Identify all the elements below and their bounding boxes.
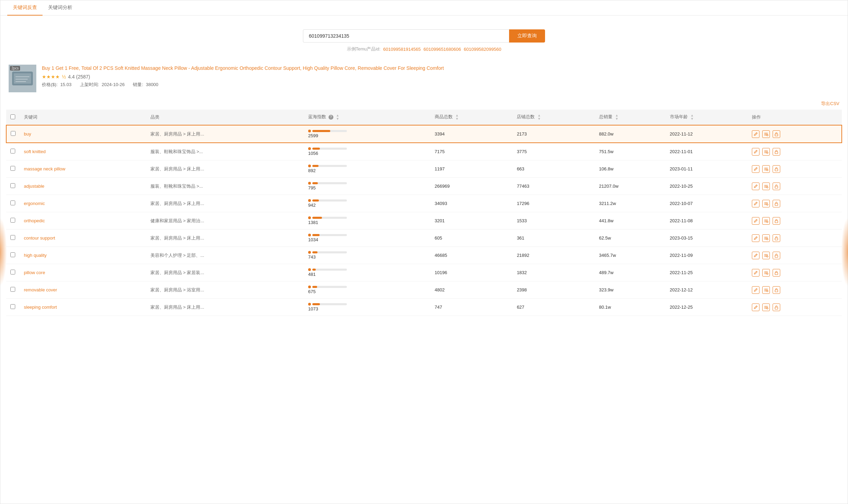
edit-icon[interactable] <box>752 200 759 207</box>
row-checkbox[interactable] <box>10 235 15 240</box>
search-list-icon[interactable] <box>762 183 770 190</box>
keyword-link[interactable]: ergonomic <box>24 201 45 206</box>
edit-icon[interactable] <box>752 234 759 242</box>
row-total-shops: 663 <box>513 160 595 178</box>
svg-rect-15 <box>775 151 778 153</box>
search-list-icon[interactable] <box>762 234 770 242</box>
row-checkbox-cell <box>6 281 20 299</box>
ocean-dot <box>308 130 311 132</box>
table-row: contour support 家居、厨房用品 > 床上用... 1034 60… <box>6 230 842 247</box>
action-cell <box>752 304 838 311</box>
row-checkbox[interactable] <box>10 270 15 274</box>
tab-keyword-analysis[interactable]: 关键词分析 <box>43 0 78 16</box>
keyword-link[interactable]: buy <box>24 131 31 137</box>
row-checkbox[interactable] <box>10 200 15 205</box>
row-market-age: 2022-10-07 <box>666 195 748 212</box>
example-id-3[interactable]: 601099582099560 <box>464 47 501 52</box>
row-checkbox[interactable] <box>10 149 15 153</box>
keyword-link[interactable]: contour support <box>24 235 55 241</box>
keyword-link[interactable]: pillow core <box>24 270 45 275</box>
row-checkbox[interactable] <box>10 166 15 171</box>
row-checkbox[interactable] <box>10 218 15 223</box>
row-checkbox[interactable] <box>10 304 15 309</box>
search-list-icon[interactable] <box>762 252 770 259</box>
lock-icon[interactable] <box>773 234 780 242</box>
ocean-bar: 942 <box>308 199 426 208</box>
lock-icon[interactable] <box>773 252 780 259</box>
search-list-icon[interactable] <box>762 165 770 173</box>
keyword-link[interactable]: massage neck pillow <box>24 166 65 171</box>
row-total-shops: 2398 <box>513 281 595 299</box>
edit-icon[interactable] <box>752 183 759 190</box>
table-wrapper: 关键词 品类 蓝海指数 ? ▲ ▼ <box>6 110 842 316</box>
lock-icon[interactable] <box>773 200 780 207</box>
keyword-link[interactable]: sleeping comfort <box>24 305 57 310</box>
table-header-row: 关键词 品类 蓝海指数 ? ▲ ▼ <box>6 110 842 125</box>
edit-icon[interactable] <box>752 217 759 225</box>
lock-icon[interactable] <box>773 304 780 311</box>
keyword-link[interactable]: soft knitted <box>24 149 46 154</box>
action-cell <box>752 252 838 259</box>
th-total-products[interactable]: 商品总数 ▲ ▼ <box>431 110 513 125</box>
lock-icon[interactable] <box>773 286 780 294</box>
search-input[interactable] <box>303 29 509 43</box>
row-checkbox[interactable] <box>10 183 15 188</box>
row-checkbox-cell <box>6 195 20 212</box>
search-list-icon[interactable] <box>762 148 770 156</box>
search-list-icon[interactable] <box>762 200 770 207</box>
blue-ocean-info-icon[interactable]: ? <box>329 115 333 120</box>
row-checkbox[interactable] <box>10 252 15 257</box>
product-rating: ★★★★ ½ 4.4 (2587) <box>42 74 839 80</box>
lock-icon[interactable] <box>773 269 780 277</box>
search-list-icon[interactable] <box>762 217 770 225</box>
row-market-age: 2022-12-25 <box>666 299 748 316</box>
ocean-dot <box>308 182 311 185</box>
th-total-shops[interactable]: 店铺总数 ▲ ▼ <box>513 110 595 125</box>
row-total-products: 7175 <box>431 143 513 160</box>
search-list-icon[interactable] <box>762 286 770 294</box>
edit-icon[interactable] <box>752 269 759 277</box>
search-list-icon[interactable] <box>762 304 770 311</box>
svg-rect-30 <box>775 203 778 205</box>
lock-icon[interactable] <box>773 217 780 225</box>
action-cell <box>752 130 837 138</box>
ocean-bar-track <box>312 165 347 167</box>
category-text: 服装、鞋靴和珠宝饰品 >... <box>150 149 203 154</box>
search-list-icon[interactable] <box>762 130 770 138</box>
row-checkbox-cell <box>6 247 20 264</box>
svg-rect-40 <box>775 238 778 240</box>
keyword-link[interactable]: high quality <box>24 253 47 258</box>
tab-keyword-reverse[interactable]: 关键词反查 <box>7 0 43 16</box>
ocean-bar-track <box>312 182 347 184</box>
keyword-link[interactable]: removable cover <box>24 287 57 292</box>
export-csv-button[interactable]: 导出CSV <box>821 101 839 107</box>
th-market-age[interactable]: 市场年龄 ▲ ▼ <box>666 110 748 125</box>
select-all-checkbox[interactable] <box>10 114 15 119</box>
product-price-label: 价格($): 15.03 <box>42 82 72 88</box>
product-title[interactable]: Buy 1 Get 1 Free, Total Of 2 PCS Soft Kn… <box>42 65 444 71</box>
keyword-link[interactable]: adjustable <box>24 184 44 189</box>
lock-icon[interactable] <box>773 165 780 173</box>
svg-point-44 <box>767 256 768 257</box>
row-checkbox[interactable] <box>10 287 15 292</box>
example-id-1[interactable]: 601099581914565 <box>383 47 421 52</box>
lock-icon[interactable] <box>773 130 780 138</box>
edit-icon[interactable] <box>752 148 759 156</box>
example-id-2[interactable]: 601099651680606 <box>424 47 461 52</box>
keyword-link[interactable]: orthopedic <box>24 218 45 223</box>
edit-icon[interactable] <box>752 286 759 294</box>
category-text: 家居、厨房用品 > 床上用... <box>150 166 204 171</box>
edit-icon[interactable] <box>752 304 759 311</box>
search-list-icon[interactable] <box>762 269 770 277</box>
edit-icon[interactable] <box>752 165 759 173</box>
th-total-sales[interactable]: 总销量 ▲ ▼ <box>595 110 666 125</box>
th-blue-ocean[interactable]: 蓝海指数 ? ▲ ▼ <box>304 110 431 125</box>
blue-ocean-sort-icons: ▲ ▼ <box>336 114 339 121</box>
lock-icon[interactable] <box>773 148 780 156</box>
lock-icon[interactable] <box>773 183 780 190</box>
row-checkbox[interactable] <box>11 131 16 136</box>
edit-icon[interactable] <box>752 252 759 259</box>
search-button[interactable]: 立即查询 <box>509 29 545 43</box>
edit-icon[interactable] <box>752 130 759 138</box>
ocean-dot <box>308 216 311 219</box>
